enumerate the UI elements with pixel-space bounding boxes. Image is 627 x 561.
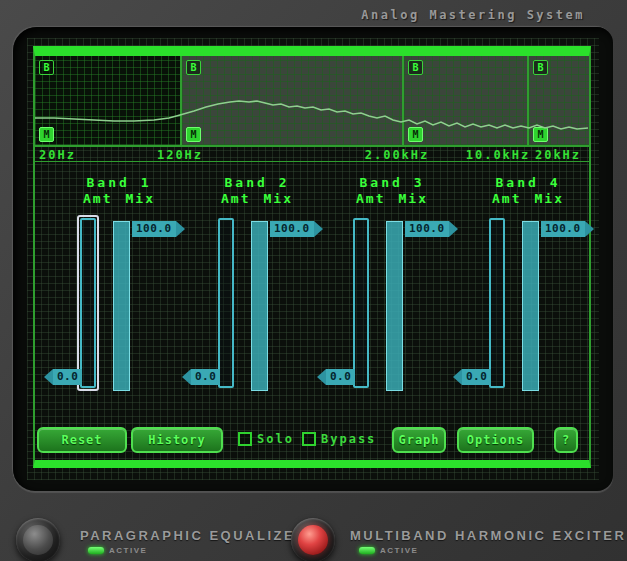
history-button[interactable]: History	[131, 427, 223, 453]
display-bezel: B M B M B M B M	[13, 27, 613, 491]
band3-amt-tag-arrow-icon	[317, 369, 326, 385]
band3-title: Band 3	[334, 175, 450, 190]
band1-mix-value: 100.0	[132, 221, 176, 237]
paragraphic-equalizer-button[interactable]	[16, 518, 60, 561]
plugin-window: Analog Mastering System B M B M B M	[0, 0, 627, 561]
spectrum-band-1[interactable]: B M	[35, 56, 180, 145]
band1-title: Band 1	[61, 175, 177, 190]
band4-title: Band 4	[470, 175, 586, 190]
band1-amt-tag-arrow-icon	[44, 369, 53, 385]
freq-label-2khz: 2.00kHz	[365, 148, 430, 162]
spectrum-analyzer: B M B M B M B M	[35, 56, 589, 145]
paragraphic-equalizer-knob-cap	[23, 525, 53, 555]
options-button[interactable]: Options	[457, 427, 534, 453]
exciter-active-led	[359, 547, 375, 554]
band2-bypass-button[interactable]: B	[186, 60, 201, 75]
band2-mix-label: Mix	[264, 191, 293, 206]
band1-amt-slider[interactable]	[77, 215, 99, 391]
display-frame: B M B M B M B M	[33, 46, 591, 468]
band2-amt-slider[interactable]	[215, 215, 237, 391]
band3-amt-value: 0.0	[326, 369, 355, 385]
help-button[interactable]: ?	[554, 427, 578, 453]
band4-mix-value-tag[interactable]: 100.0	[541, 221, 594, 237]
band1-amt-value-tag[interactable]: 0.0	[44, 369, 82, 385]
band4-amt-tag-arrow-icon	[453, 369, 462, 385]
band2-group: Band 2 Amt Mix 100.0 0.	[181, 162, 333, 402]
band1-bypass-button[interactable]: B	[39, 60, 54, 75]
band1-mix-value-tag[interactable]: 100.0	[132, 221, 185, 237]
band3-mix-label: Mix	[399, 191, 428, 206]
freq-label-10khz: 10.0kHz	[466, 148, 531, 162]
band3-amt-slider[interactable]	[350, 215, 372, 391]
band2-title: Band 2	[199, 175, 315, 190]
frequency-scale: 20Hz 120Hz 2.00kHz 10.0kHz 20kHz	[35, 145, 589, 162]
band3-bypass-button[interactable]: B	[408, 60, 423, 75]
band3-slider-labels: Amt Mix	[334, 191, 450, 206]
band4-mix-value: 100.0	[541, 221, 585, 237]
band2-mute-button[interactable]: M	[186, 127, 201, 142]
freq-label-20khz: 20kHz	[535, 148, 581, 162]
band3-group: Band 3 Amt Mix 100.0 0.	[316, 162, 468, 402]
band3-mix-value: 100.0	[405, 221, 449, 237]
reset-button[interactable]: Reset	[37, 427, 127, 453]
paragraphic-equalizer-label: PARAGRAPHIC EQUALIZER	[80, 528, 307, 543]
multiband-exciter-button[interactable]	[291, 518, 335, 561]
band4-bypass-button[interactable]: B	[533, 60, 548, 75]
band4-mute-button[interactable]: M	[533, 127, 548, 142]
equalizer-active-label: ACTIVE	[109, 546, 147, 555]
multiband-exciter-label: MULTIBAND HARMONIC EXCITER	[350, 528, 626, 543]
band3-mix-slider[interactable]	[386, 221, 403, 391]
band1-mix-label: Mix	[126, 191, 155, 206]
freq-label-20hz: 20Hz	[39, 148, 76, 162]
band2-amt-slider-track	[218, 218, 234, 388]
spectrum-band-2[interactable]: B M	[180, 56, 402, 145]
window-title: Analog Mastering System	[361, 8, 585, 22]
band1-amt-value: 0.0	[53, 369, 82, 385]
band1-mix-slider[interactable]	[113, 221, 130, 391]
freq-label-120hz: 120Hz	[157, 148, 203, 162]
band4-amt-value-tag[interactable]: 0.0	[453, 369, 491, 385]
band4-amt-slider-track	[489, 218, 505, 388]
band4-slider-labels: Amt Mix	[470, 191, 586, 206]
band1-amt-label: Amt	[83, 191, 112, 206]
graph-button[interactable]: Graph	[392, 427, 446, 453]
band3-mute-button[interactable]: M	[408, 127, 423, 142]
band-controls-panel: Band 1 Amt Mix 100.0 0.	[35, 162, 589, 460]
band2-mix-value-tag[interactable]: 100.0	[270, 221, 323, 237]
band4-mix-label: Mix	[535, 191, 564, 206]
band3-mix-value-tag[interactable]: 100.0	[405, 221, 458, 237]
green-display: B M B M B M B M	[27, 38, 599, 480]
multiband-exciter-knob-cap	[298, 525, 328, 555]
band2-amt-tag-arrow-icon	[182, 369, 191, 385]
band2-mix-slider[interactable]	[251, 221, 268, 391]
band4-amt-value: 0.0	[462, 369, 491, 385]
band4-amt-slider[interactable]	[486, 215, 508, 391]
band2-slider-labels: Amt Mix	[199, 191, 315, 206]
band4-group: Band 4 Amt Mix 100.0 0.	[452, 162, 604, 402]
band2-amt-label: Amt	[221, 191, 250, 206]
spectrum-band-4[interactable]: B M	[527, 56, 589, 145]
bypass-checkbox[interactable]	[302, 432, 316, 446]
spectrum-band-3[interactable]: B M	[402, 56, 527, 145]
band4-mix-tag-arrow-icon	[585, 221, 594, 237]
band1-amt-slider-track	[80, 218, 96, 388]
band4-amt-label: Amt	[492, 191, 521, 206]
band1-group: Band 1 Amt Mix 100.0 0.	[43, 162, 195, 402]
band4-mix-slider[interactable]	[522, 221, 539, 391]
band2-amt-value: 0.0	[191, 369, 220, 385]
band3-amt-slider-track	[353, 218, 369, 388]
exciter-active-label: ACTIVE	[380, 546, 418, 555]
band2-mix-value: 100.0	[270, 221, 314, 237]
band1-slider-labels: Amt Mix	[61, 191, 177, 206]
band3-amt-label: Amt	[356, 191, 385, 206]
bypass-label: Bypass	[321, 432, 376, 446]
band3-amt-value-tag[interactable]: 0.0	[317, 369, 355, 385]
equalizer-active-led	[88, 547, 104, 554]
solo-checkbox[interactable]	[238, 432, 252, 446]
band1-mute-button[interactable]: M	[39, 127, 54, 142]
solo-label: Solo	[257, 432, 294, 446]
band2-amt-value-tag[interactable]: 0.0	[182, 369, 220, 385]
